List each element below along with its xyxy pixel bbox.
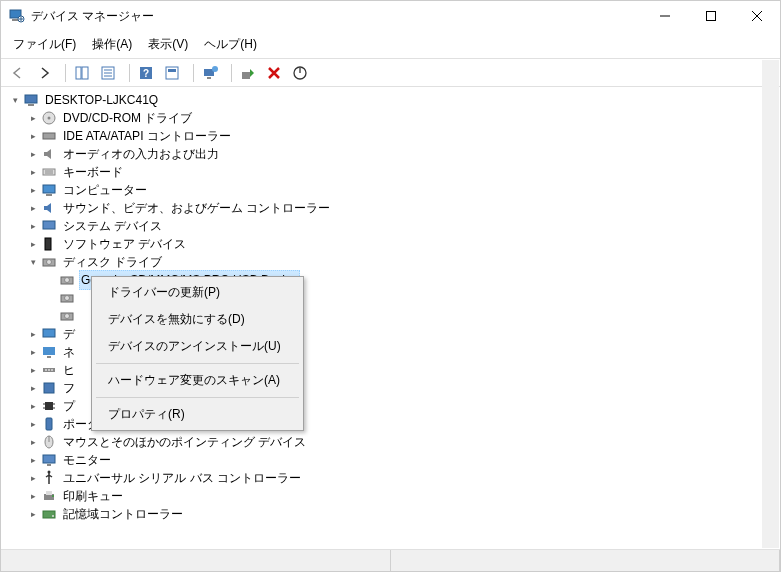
category-label: マウスとそのほかのポインティング デバイス [61, 433, 308, 451]
separator [60, 64, 66, 82]
svg-point-39 [65, 296, 70, 301]
expand-arrow[interactable]: ▸ [27, 418, 39, 430]
back-button[interactable] [6, 61, 30, 85]
maximize-button[interactable] [688, 1, 734, 31]
expand-arrow[interactable]: ▸ [27, 490, 39, 502]
menu-action[interactable]: 操作(A) [84, 33, 140, 56]
svg-rect-43 [43, 347, 55, 355]
expand-arrow[interactable]: ▸ [27, 148, 39, 160]
minimize-button[interactable] [642, 1, 688, 31]
svg-rect-55 [46, 418, 52, 430]
tree-category[interactable]: ▸キーボード [9, 163, 780, 181]
expand-arrow[interactable]: ▸ [27, 112, 39, 124]
expand-arrow[interactable]: ▸ [27, 472, 39, 484]
expand-arrow[interactable]: ▸ [27, 238, 39, 250]
tree-category[interactable]: ▸システム デバイス [9, 217, 780, 235]
separator [124, 64, 130, 82]
tree-category[interactable]: ▸ソフトウェア デバイス [9, 235, 780, 253]
menu-help[interactable]: ヘルプ(H) [196, 33, 265, 56]
tree-category[interactable]: ▸記憶域コントローラー [9, 505, 780, 523]
disk-icon [59, 272, 75, 288]
tree-category[interactable]: ▸マウスとそのほかのポインティング デバイス [9, 433, 780, 451]
forward-button[interactable] [32, 61, 56, 85]
menu-view[interactable]: 表示(V) [140, 33, 196, 56]
expand-arrow[interactable]: ▸ [27, 382, 39, 394]
storage-icon [41, 506, 57, 522]
expand-arrow[interactable]: ▾ [27, 256, 39, 268]
svg-rect-50 [45, 402, 53, 410]
context-menu-item[interactable]: ドライバーの更新(P) [94, 279, 301, 306]
sound-icon [41, 200, 57, 216]
expand-arrow[interactable]: ▸ [27, 346, 39, 358]
tree-category[interactable]: ▸コンピューター [9, 181, 780, 199]
category-label: オーディオの入力および出力 [61, 145, 221, 163]
disable-button[interactable] [288, 61, 312, 85]
context-menu: ドライバーの更新(P)デバイスを無効にする(D)デバイスのアンインストール(U)… [91, 276, 304, 431]
update-driver-button[interactable] [236, 61, 260, 85]
expand-arrow[interactable]: ▸ [27, 220, 39, 232]
system-icon [41, 218, 57, 234]
context-menu-item[interactable]: ハードウェア変更のスキャン(A) [94, 367, 301, 394]
tree-category[interactable]: ▸サウンド、ビデオ、およびゲーム コントローラー [9, 199, 780, 217]
expand-arrow[interactable]: ▸ [27, 202, 39, 214]
menubar: ファイル(F) 操作(A) 表示(V) ヘルプ(H) [1, 31, 780, 59]
close-button[interactable] [734, 1, 780, 31]
category-label: DVD/CD-ROM ドライブ [61, 109, 194, 127]
toolbar: ? [1, 59, 780, 87]
svg-rect-15 [166, 67, 178, 79]
expand-arrow[interactable]: ▸ [27, 364, 39, 376]
context-menu-item[interactable]: デバイスを無効にする(D) [94, 306, 301, 333]
help-button[interactable]: ? [134, 61, 158, 85]
context-menu-item[interactable]: デバイスのアンインストール(U) [94, 333, 301, 360]
tree-category[interactable]: ▾ディスク ドライブ [9, 253, 780, 271]
svg-rect-30 [43, 185, 55, 193]
menu-file[interactable]: ファイル(F) [5, 33, 84, 56]
svg-rect-27 [43, 169, 55, 175]
expand-arrow[interactable]: ▸ [27, 508, 39, 520]
tree-category[interactable]: ▸IDE ATA/ATAPI コントローラー [9, 127, 780, 145]
scan-hardware-button[interactable] [198, 61, 222, 85]
collapse-arrow[interactable]: ▾ [9, 94, 21, 106]
status-cell [1, 550, 391, 571]
category-label: ヒ [61, 361, 77, 379]
keyboard-icon [41, 164, 57, 180]
tree-category[interactable]: ▸オーディオの入力および出力 [9, 145, 780, 163]
category-label: ソフトウェア デバイス [61, 235, 188, 253]
expand-arrow[interactable]: ▸ [27, 400, 39, 412]
category-label: サウンド、ビデオ、およびゲーム コントローラー [61, 199, 332, 217]
tree-root[interactable]: ▾ DESKTOP-LJKC41Q [9, 91, 780, 109]
category-label: ユニバーサル シリアル バス コントローラー [61, 469, 303, 487]
tree-category[interactable]: ▸印刷キュー [9, 487, 780, 505]
show-tree-button[interactable] [70, 61, 94, 85]
mouse-icon [41, 434, 57, 450]
svg-rect-23 [28, 104, 34, 106]
tree-category[interactable]: ▸モニター [9, 451, 780, 469]
svg-rect-32 [43, 221, 55, 229]
tree-category[interactable]: ▸DVD/CD-ROM ドライブ [9, 109, 780, 127]
expand-arrow[interactable]: ▸ [27, 166, 39, 178]
expand-arrow[interactable]: ▸ [27, 328, 39, 340]
expand-arrow[interactable]: ▸ [27, 436, 39, 448]
category-label: フ [61, 379, 77, 397]
monitor-icon [41, 452, 57, 468]
svg-rect-42 [43, 329, 55, 337]
context-menu-item[interactable]: プロパティ(R) [94, 401, 301, 428]
tree-root-label: DESKTOP-LJKC41Q [43, 91, 160, 109]
svg-rect-20 [242, 72, 250, 79]
expand-arrow[interactable]: ▸ [27, 454, 39, 466]
usb-icon [41, 470, 57, 486]
refresh-button[interactable] [160, 61, 184, 85]
svg-rect-62 [46, 491, 52, 495]
expand-arrow[interactable]: ▸ [27, 130, 39, 142]
svg-point-37 [65, 278, 70, 283]
uninstall-button[interactable] [262, 61, 286, 85]
category-label: ネ [61, 343, 77, 361]
svg-rect-26 [43, 133, 55, 139]
vertical-scrollbar[interactable] [762, 60, 779, 548]
printer-icon [41, 488, 57, 504]
expand-arrow[interactable]: ▸ [27, 184, 39, 196]
category-label: プ [61, 397, 77, 415]
properties-button[interactable] [96, 61, 120, 85]
processor-icon [41, 398, 57, 414]
tree-category[interactable]: ▸ユニバーサル シリアル バス コントローラー [9, 469, 780, 487]
